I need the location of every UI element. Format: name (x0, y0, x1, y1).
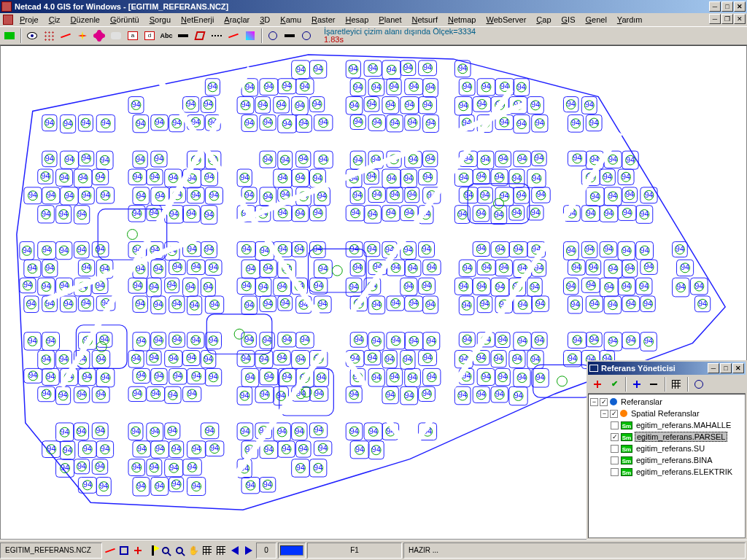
svg-text:94: 94 (295, 244, 303, 253)
svg-text:94: 94 (172, 335, 181, 343)
tree-item-4[interactable]: Smegitim_referans.ELEKTRIK (590, 466, 743, 478)
tool-line2[interactable] (225, 28, 241, 44)
prev-view-button[interactable] (228, 544, 241, 557)
pan-button[interactable]: ✋ (187, 544, 200, 557)
menu-çap[interactable]: Çap (531, 15, 556, 25)
tree-item-0[interactable]: Smegitim_referans.MAHALLE (590, 419, 743, 431)
tool-measure-line[interactable] (175, 28, 191, 44)
snap-cross-button[interactable] (131, 544, 144, 557)
tree-item-3[interactable]: Smegitim_referans.BINA (590, 454, 743, 466)
svg-text:94: 94 (349, 389, 358, 398)
tool-text[interactable]: Abc (158, 28, 174, 44)
menu-netenerji[interactable]: NetEnerji (176, 15, 219, 25)
svg-text:94: 94 (61, 427, 69, 436)
tool-arc[interactable] (298, 28, 314, 44)
status-layer[interactable]: 0 (256, 542, 276, 559)
menu-netmap[interactable]: Netmap (443, 15, 481, 25)
svg-text:94: 94 (136, 481, 145, 490)
minimize-button[interactable]: ─ (709, 1, 721, 12)
svg-text:94: 94 (622, 246, 631, 254)
panel-plus-button[interactable] (629, 376, 645, 392)
tool-symbol[interactable] (91, 28, 107, 44)
menu-raster[interactable]: Raster (306, 15, 340, 25)
panel-minus-button[interactable] (646, 376, 662, 392)
svg-text:94: 94 (587, 280, 595, 289)
tool-green[interactable] (1, 28, 18, 44)
tree-root[interactable]: −✓ Referanslar (590, 396, 743, 408)
tool-star[interactable] (74, 28, 90, 44)
svg-text:94: 94 (282, 119, 291, 128)
tool-dash[interactable] (209, 28, 225, 44)
snap-flag-button[interactable] (145, 544, 158, 557)
menu-proje[interactable]: Proje (15, 15, 44, 25)
panel-titlebar[interactable]: Referans Yöneticisi ─ □ ✕ (588, 362, 746, 375)
svg-text:94: 94 (498, 335, 507, 343)
tree-group-spatial[interactable]: −✓ Spatial Referanslar (590, 408, 743, 419)
tree-item-2[interactable]: Smegitim_referans.SU (590, 443, 743, 454)
grid2-button[interactable] (214, 544, 228, 557)
status-color[interactable] (278, 542, 306, 559)
svg-text:94: 94 (205, 210, 214, 219)
menu-sorgu[interactable]: Sorgu (144, 15, 176, 25)
maximize-button[interactable]: □ (721, 1, 733, 12)
next-view-button[interactable] (242, 544, 255, 557)
tool-points[interactable] (41, 28, 57, 44)
menu-düzenle[interactable]: Düzenle (66, 15, 105, 25)
panel-close-button[interactable]: ✕ (732, 363, 744, 373)
tool-measure[interactable] (265, 28, 281, 44)
tool-line[interactable] (58, 28, 74, 44)
panel-minimize-button[interactable]: ─ (708, 363, 719, 373)
panel-tree-button[interactable] (668, 376, 684, 392)
tree-item-1[interactable]: ✓Smegitim_referans.PARSEL (590, 431, 743, 443)
grid-button[interactable] (201, 544, 214, 557)
mdi-close-button[interactable]: ✕ (734, 14, 746, 24)
svg-text:94: 94 (96, 462, 104, 470)
svg-text:94: 94 (295, 427, 303, 435)
menu-genel[interactable]: Genel (580, 15, 611, 25)
tool-textbox2[interactable]: d (142, 28, 158, 44)
svg-text:94: 94 (47, 336, 55, 345)
menu-planet[interactable]: Planet (374, 15, 406, 25)
panel-compass-button[interactable] (691, 376, 707, 392)
tool-palette[interactable] (242, 28, 258, 44)
svg-text:94: 94 (136, 191, 145, 200)
svg-text:94: 94 (535, 373, 544, 381)
reference-tree[interactable]: −✓ Referanslar −✓ Spatial Referanslar Sm… (588, 394, 746, 538)
menu-çiz[interactable]: Çiz (44, 15, 66, 25)
menu-webserver[interactable]: WebServer (481, 15, 531, 25)
mdi-restore-button[interactable]: ❐ (721, 14, 733, 24)
tool-view[interactable] (24, 28, 40, 44)
tool-raster[interactable] (108, 28, 124, 44)
menu-netsurf[interactable]: Netsurf (406, 15, 442, 25)
svg-text:94: 94 (132, 462, 141, 471)
menu-kamu[interactable]: Kamu (275, 15, 306, 25)
snap-endpoint-button[interactable] (104, 544, 117, 557)
menu-gis[interactable]: GIS (557, 15, 581, 25)
color-swatch[interactable] (280, 545, 303, 556)
svg-text:94: 94 (409, 336, 418, 345)
tool-parallelogram[interactable] (192, 28, 208, 44)
svg-text:94: 94 (405, 208, 414, 217)
close-button[interactable]: ✕ (734, 1, 746, 12)
tool-compass[interactable] (282, 28, 298, 44)
tool-textbox1[interactable]: a (125, 28, 141, 44)
menu-görüntü[interactable]: Görüntü (105, 15, 144, 25)
menu-araçlar[interactable]: Araçlar (219, 15, 255, 25)
mdi-minimize-button[interactable]: ─ (709, 14, 721, 24)
menu-3d[interactable]: 3D (255, 15, 275, 25)
menu-hesap[interactable]: Hesap (340, 15, 374, 25)
svg-text:94: 94 (496, 244, 505, 253)
menu-yardım[interactable]: Yardım (612, 15, 648, 25)
zoom-window-button[interactable] (173, 544, 186, 557)
svg-text:94: 94 (460, 173, 468, 182)
svg-text:94: 94 (640, 209, 649, 218)
svg-text:94: 94 (608, 264, 617, 273)
snap-square-button[interactable] (117, 544, 131, 557)
panel-maximize-button[interactable]: □ (720, 363, 732, 373)
zoom-extent-button[interactable] (159, 544, 172, 557)
panel-check-button[interactable]: ✔ (606, 376, 622, 392)
reference-manager-panel[interactable]: Referans Yöneticisi ─ □ ✕ ✔ −✓ Referansl… (587, 360, 747, 541)
panel-add-button[interactable] (589, 376, 605, 392)
svg-text:94: 94 (354, 82, 363, 91)
svg-text:94: 94 (517, 190, 526, 199)
